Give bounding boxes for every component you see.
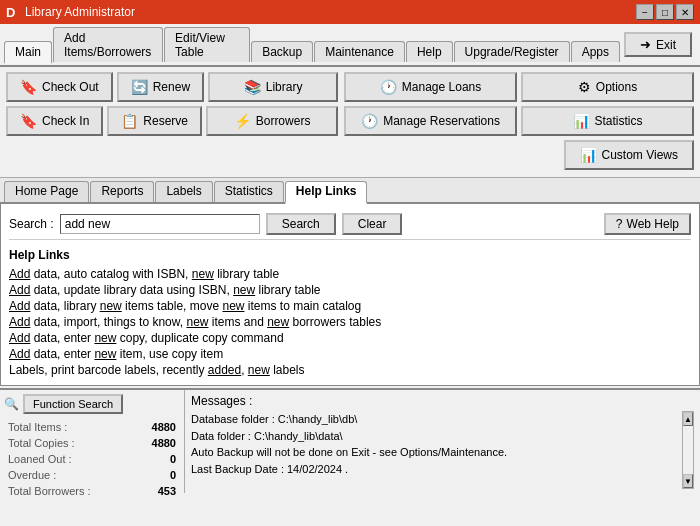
stats-row-total-copies: Total Copies : 4880 [6, 436, 178, 450]
right-third: 📊 Custom Views [344, 140, 694, 170]
tab-add-items-borrowers[interactable]: Add Items/Borrowers [53, 27, 163, 62]
search-bar: Search : Search Clear ? Web Help [9, 209, 691, 240]
help-link-7[interactable]: Labels, print barcode labels, recently a… [9, 362, 691, 378]
stats-row-total-borrowers: Total Borrowers : 453 [6, 484, 178, 498]
manage-loans-icon: 🕐 [380, 79, 397, 95]
messages-scrollbar[interactable]: ▲ ▼ [682, 411, 694, 489]
custom-views-button[interactable]: 📊 Custom Views [564, 140, 694, 170]
tab-upgrade-register[interactable]: Upgrade/Register [454, 41, 570, 62]
function-search-icon: 🔍 [4, 397, 19, 411]
exit-icon: ➜ [640, 37, 651, 52]
search-input[interactable] [60, 214, 260, 234]
left-buttons: 🔖 Check Out 🔄 Renew 📚 Library 🔖 Check In [6, 72, 338, 170]
right-buttons: 🕐 Manage Loans ⚙ Options 🕐 Manage Reserv… [344, 72, 694, 170]
borrowers-icon: ⚡ [234, 113, 251, 129]
stats-row-overdue: Overdue : 0 [6, 468, 178, 482]
tab-backup[interactable]: Backup [251, 41, 313, 62]
options-icon: ⚙ [578, 79, 591, 95]
left-row1: 🔖 Check Out 🔄 Renew 📚 Library [6, 72, 338, 102]
check-in-button[interactable]: 🔖 Check In [6, 106, 103, 136]
library-icon: 📚 [244, 79, 261, 95]
library-button[interactable]: 📚 Library [208, 72, 338, 102]
menu-bar: Main Add Items/Borrowers Edit/View Table… [0, 24, 700, 65]
sub-tab-reports[interactable]: Reports [90, 181, 154, 202]
total-borrowers-value: 453 [136, 484, 178, 498]
maximize-button[interactable]: □ [656, 4, 674, 20]
title-bar: D Library Administrator − □ ✕ [0, 0, 700, 24]
reserve-icon: 📋 [121, 113, 138, 129]
sub-tab-labels[interactable]: Labels [155, 181, 212, 202]
minimize-button[interactable]: − [636, 4, 654, 20]
total-items-label: Total Items : [6, 420, 134, 434]
action-buttons: 🔖 Check Out 🔄 Renew 📚 Library 🔖 Check In [6, 72, 694, 170]
sub-tab-statistics[interactable]: Statistics [214, 181, 284, 202]
function-search-button[interactable]: Function Search [23, 394, 123, 414]
sub-tabs: Home Page Reports Labels Statistics Help… [0, 177, 700, 204]
function-search-header: 🔍 Function Search [4, 394, 180, 414]
loaned-out-value: 0 [136, 452, 178, 466]
check-out-button[interactable]: 🔖 Check Out [6, 72, 113, 102]
scroll-up-button[interactable]: ▲ [683, 412, 693, 426]
right-bottom: 🕐 Manage Reservations 📊 Statistics [344, 106, 694, 136]
check-out-icon: 🔖 [20, 79, 37, 95]
help-panel: Search : Search Clear ? Web Help Help Li… [0, 204, 700, 386]
help-link-6[interactable]: Add data, enter new item, use copy item [9, 346, 691, 362]
messages-label: Messages : [191, 394, 694, 408]
total-items-value: 4880 [136, 420, 178, 434]
total-copies-label: Total Copies : [6, 436, 134, 450]
manage-reservations-icon: 🕐 [361, 113, 378, 129]
close-button[interactable]: ✕ [676, 4, 694, 20]
message-4: Last Backup Date : 14/02/2024 . [191, 461, 682, 478]
custom-views-icon: 📊 [580, 147, 597, 163]
web-help-icon: ? [616, 217, 623, 231]
manage-reservations-button[interactable]: 🕐 Manage Reservations [344, 106, 517, 136]
scroll-track [683, 426, 693, 474]
options-button[interactable]: ⚙ Options [521, 72, 694, 102]
overdue-label: Overdue : [6, 468, 134, 482]
overdue-value: 0 [136, 468, 178, 482]
check-in-icon: 🔖 [20, 113, 37, 129]
borrowers-button[interactable]: ⚡ Borrowers [206, 106, 338, 136]
right-top: 🕐 Manage Loans ⚙ Options [344, 72, 694, 102]
help-link-2[interactable]: Add data, update library data using ISBN… [9, 282, 691, 298]
sub-tab-help-links[interactable]: Help Links [285, 181, 368, 204]
sub-tab-home-page[interactable]: Home Page [4, 181, 89, 202]
reserve-button[interactable]: 📋 Reserve [107, 106, 202, 136]
web-help-button[interactable]: ? Web Help [604, 213, 691, 235]
loaned-out-label: Loaned Out : [6, 452, 134, 466]
menu-tabs: Main Add Items/Borrowers Edit/View Table… [4, 27, 620, 62]
action-buttons-area: 🔖 Check Out 🔄 Renew 📚 Library 🔖 Check In [0, 65, 700, 177]
left-row2: 🔖 Check In 📋 Reserve ⚡ Borrowers [6, 106, 338, 136]
scroll-down-button[interactable]: ▼ [683, 474, 693, 488]
help-link-3[interactable]: Add data, library new items table, move … [9, 298, 691, 314]
total-copies-value: 4880 [136, 436, 178, 450]
total-borrowers-label: Total Borrowers : [6, 484, 134, 498]
search-label: Search : [9, 217, 54, 231]
exit-button[interactable]: ➜ Exit [624, 32, 692, 57]
messages-panel: Messages : Database folder : C:\handy_li… [185, 390, 700, 493]
help-link-5[interactable]: Add data, enter new copy, duplicate copy… [9, 330, 691, 346]
messages-content: Database folder : C:\handy_lib\db\ Data … [191, 411, 682, 489]
clear-button[interactable]: Clear [342, 213, 403, 235]
title-text: Library Administrator [25, 5, 135, 19]
help-link-4[interactable]: Add data, import, things to know, new it… [9, 314, 691, 330]
manage-loans-button[interactable]: 🕐 Manage Loans [344, 72, 517, 102]
tab-apps[interactable]: Apps [571, 41, 620, 62]
stats-row-total-items: Total Items : 4880 [6, 420, 178, 434]
renew-button[interactable]: 🔄 Renew [117, 72, 204, 102]
app-icon: D [6, 5, 20, 19]
tab-help[interactable]: Help [406, 41, 453, 62]
tab-maintenance[interactable]: Maintenance [314, 41, 405, 62]
tab-edit-view-table[interactable]: Edit/View Table [164, 27, 250, 62]
statistics-button[interactable]: 📊 Statistics [521, 106, 694, 136]
stats-row-loaned-out: Loaned Out : 0 [6, 452, 178, 466]
help-links-section: Help Links Add data, auto catalog with I… [9, 246, 691, 380]
search-button[interactable]: Search [266, 213, 336, 235]
tab-main[interactable]: Main [4, 41, 52, 64]
message-3: Auto Backup will not be done on Exit - s… [191, 444, 682, 461]
title-controls: − □ ✕ [636, 4, 694, 20]
renew-icon: 🔄 [131, 79, 148, 95]
help-links-title: Help Links [9, 248, 691, 262]
message-2: Data folder : C:\handy_lib\data\ [191, 428, 682, 445]
help-link-1[interactable]: Add data, auto catalog with ISBN, new li… [9, 266, 691, 282]
